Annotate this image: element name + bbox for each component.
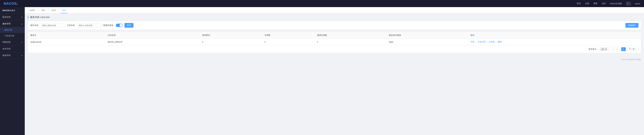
- page-title: 服务列表 | test test: [30, 16, 50, 19]
- hide-empty-services-toggle[interactable]: [116, 24, 123, 27]
- tab-dev[interactable]: dev: [40, 7, 47, 13]
- logo: NACOS.: [4, 1, 18, 5]
- page-title-row: 服务列表 | test test: [28, 16, 641, 19]
- page-body: 服务列表 | test test 服务名称 分组名称 隐藏空服务: 查询 创建服…: [25, 13, 644, 58]
- sidebar-service-label: 服务管理: [2, 22, 10, 25]
- filter-row: 服务名称 分组名称 隐藏空服务: 查询 创建服务: [28, 21, 641, 29]
- nav-enterprise[interactable]: Nacos企业版: [610, 2, 622, 5]
- action-detail[interactable]: 详情: [470, 40, 474, 43]
- namespace-tab-bar: public | dev | prod | test: [25, 7, 644, 13]
- sidebar-auth-label: 权限控制: [2, 41, 10, 44]
- action-links: 详情 | 示例代码 | 订阅者 | 删除: [470, 40, 638, 43]
- main-layout: NACOS 2.0.3 配置管理 ▾ 服务管理 ▴ 服务列表 订阅者列表 权限控…: [0, 7, 644, 135]
- top-navigation: NACOS. 首页 文档 博客 社区 Nacos企业版 En nacos: [0, 0, 644, 7]
- page-1-button[interactable]: 1: [621, 47, 626, 51]
- col-healthy-count: 健康实例数: [314, 32, 386, 39]
- search-button[interactable]: 查询: [124, 23, 134, 28]
- table-row: seata-server SEATA_GROUP 1 1 1 false 详情 …: [28, 39, 641, 45]
- nav-blog[interactable]: 博客: [594, 2, 598, 5]
- nav-community[interactable]: 社区: [602, 2, 606, 5]
- table-header: 服务名 分组名称 集群数目 实例数 健康实例数 触发保护阈值 操作: [28, 32, 641, 39]
- chevron-up-icon: ▴: [22, 23, 22, 25]
- nav-home[interactable]: 首页: [577, 2, 581, 5]
- cell-actions: 详情 | 示例代码 | 订阅者 | 删除: [468, 39, 641, 45]
- nav-docs[interactable]: 文档: [585, 2, 589, 5]
- tab-test[interactable]: test: [60, 7, 68, 13]
- sidebar-cluster-toggle[interactable]: 集群管理 ▾: [0, 52, 25, 59]
- service-name-input[interactable]: [40, 23, 65, 27]
- col-service-name: 服务名: [28, 32, 105, 39]
- col-group-name: 分组名称: [105, 32, 200, 39]
- sidebar-group-service: 服务管理 ▴ 服务列表 订阅者列表: [0, 20, 25, 39]
- user-name: nacos: [635, 2, 640, 5]
- col-actions: 操作: [468, 32, 641, 39]
- cell-healthy-count: 1: [314, 39, 386, 45]
- action-subscriber[interactable]: 订阅者: [488, 40, 494, 43]
- sidebar-config-label: 配置管理: [2, 16, 10, 18]
- cell-service-name: seata-server: [28, 39, 105, 45]
- top-nav-links: 首页 文档 博客 社区 Nacos企业版 En nacos: [577, 2, 640, 5]
- col-cluster-count: 集群数目: [200, 32, 262, 39]
- sidebar-item-service-list[interactable]: 服务列表: [0, 27, 25, 33]
- sidebar-config-toggle[interactable]: 配置管理 ▾: [0, 14, 25, 20]
- tab-prod[interactable]: prod: [50, 7, 58, 13]
- table-body: seata-server SEATA_GROUP 1 1 1 false 详情 …: [28, 39, 641, 45]
- cell-threshold: false: [386, 39, 468, 45]
- sidebar: NACOS 2.0.3 配置管理 ▾ 服务管理 ▴ 服务列表 订阅者列表 权限控…: [0, 7, 25, 135]
- col-instance-count: 实例数: [262, 32, 314, 39]
- sidebar-version: NACOS 2.0.3: [0, 7, 25, 14]
- cell-cluster-count: 1: [200, 39, 262, 45]
- col-threshold: 触发保护阈值: [386, 32, 468, 39]
- per-page-label: 每页显示：: [588, 48, 598, 50]
- service-table: 服务名 分组名称 集群数目 实例数 健康实例数 触发保护阈值 操作 seata-…: [28, 32, 641, 45]
- sidebar-group-auth: 权限控制 ▾: [0, 39, 25, 46]
- action-delete[interactable]: 删除: [498, 40, 502, 43]
- cell-group-name: SEATA_GROUP: [105, 39, 200, 45]
- sidebar-item-subscriber-list[interactable]: 订阅者列表: [0, 33, 25, 39]
- per-page-select[interactable]: 10 20 50: [600, 47, 607, 51]
- sidebar-group-config: 配置管理 ▾: [0, 14, 25, 20]
- service-name-label: 服务名称: [30, 24, 38, 27]
- tab-public[interactable]: public: [28, 7, 37, 13]
- sidebar-service-toggle[interactable]: 服务管理 ▴: [0, 20, 25, 27]
- lang-toggle[interactable]: En: [626, 2, 631, 5]
- chevron-down-icon-3: ▾: [22, 55, 22, 56]
- chevron-down-icon-2: ▾: [22, 41, 22, 43]
- sidebar-cluster-label: 集群管理: [2, 54, 10, 57]
- pagination-row: 每页显示： 10 20 50 ＜上一页 1 下一页＞: [28, 45, 641, 53]
- sidebar-group-cluster: 集群管理 ▾: [0, 52, 25, 59]
- next-page-button[interactable]: 下一页＞: [627, 47, 638, 51]
- footer-note: CSDN @男装(伪)万年雅峰: [25, 58, 644, 61]
- hide-services-label: 隐藏空服务:: [103, 24, 114, 27]
- chevron-down-icon: ▾: [22, 16, 22, 18]
- service-table-container: 服务名 分组名称 集群数目 实例数 健康实例数 触发保护阈值 操作 seata-…: [28, 32, 641, 53]
- main-content: public | dev | prod | test 服务列表 | test t…: [25, 7, 644, 135]
- prev-page-button[interactable]: ＜上一页: [608, 47, 620, 51]
- sidebar-auth-toggle[interactable]: 权限控制 ▾: [0, 39, 25, 45]
- action-example-code[interactable]: 示例代码: [478, 40, 486, 43]
- group-name-input[interactable]: [77, 23, 102, 27]
- create-service-button[interactable]: 创建服务: [626, 23, 638, 28]
- cell-instance-count: 1: [262, 39, 314, 45]
- sidebar-item-namespace[interactable]: 命名空间: [0, 46, 25, 52]
- group-name-label: 分组名称: [67, 24, 75, 27]
